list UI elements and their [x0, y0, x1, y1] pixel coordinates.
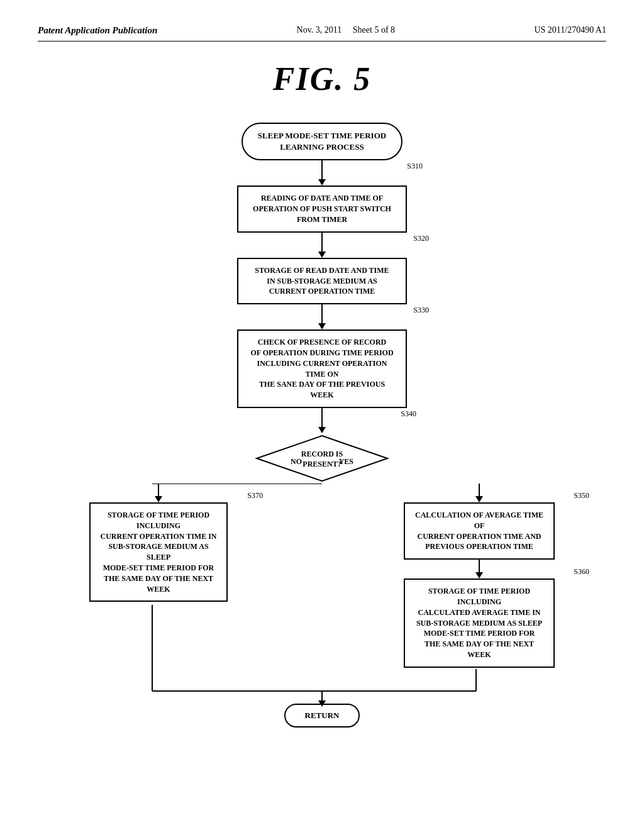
s330-text: CHECK OF PRESENCE OF RECORDOF OPERATION …	[250, 338, 393, 399]
s310-text: READING OF DATE AND TIME OFOPERATION OF …	[253, 194, 391, 224]
s310-row: READING OF DATE AND TIME OFOPERATION OF …	[237, 185, 407, 232]
pub-date: Nov. 3, 2011	[297, 25, 342, 35]
sheet-info: Sheet 5 of 8	[353, 25, 395, 35]
svg-text:PRESENT?: PRESENT?	[303, 460, 341, 468]
s370-box: STORAGE OF TIME PERIOD INCLUDINGCURRENT …	[89, 502, 228, 602]
line-4	[321, 408, 323, 427]
header-center: Nov. 3, 2011 Sheet 5 of 8	[297, 25, 395, 35]
s310-box: READING OF DATE AND TIME OFOPERATION OF …	[237, 185, 407, 232]
s350-label: S350	[574, 491, 589, 501]
figure-title: FIG. 5	[38, 60, 606, 97]
svg-text:RECORD IS: RECORD IS	[301, 450, 343, 458]
no-line-down	[158, 484, 159, 496]
branch-area: S350 CALCULATION OF AVERAGE TIME OFCURRE…	[77, 484, 567, 710]
arrow-to-s320: S320	[38, 233, 606, 258]
s320-row: STORAGE OF READ DATE AND TIMEIN SUB-STOR…	[237, 258, 407, 304]
s370-text: STORAGE OF TIME PERIOD INCLUDINGCURRENT …	[100, 511, 216, 594]
flowchart: SLEEP MODE-SET TIME PERIODLEARNING PROCE…	[38, 123, 606, 728]
s360-arrowhead	[475, 572, 483, 578]
s360-wrapper: S360 STORAGE OF TIME PERIOD INCLUDINGCAL…	[404, 578, 555, 668]
s330-label: S330	[413, 306, 429, 315]
line-3	[321, 304, 323, 323]
s350-text: CALCULATION OF AVERAGE TIME OFCURRENT OP…	[415, 511, 543, 551]
s340-label: S340	[401, 409, 416, 419]
arrowhead-1	[318, 179, 326, 185]
yes-arrowhead	[475, 496, 483, 502]
arrow-to-s330: S330	[38, 304, 606, 329]
arrow-to-s340: S340	[38, 408, 606, 433]
s330-row: CHECK OF PRESENCE OF RECORDOF OPERATION …	[237, 329, 407, 408]
svg-marker-9	[318, 700, 326, 707]
arrow-to-s310: S310	[38, 160, 606, 185]
s370-label: S370	[247, 491, 263, 501]
start-label: SLEEP MODE-SET TIME PERIODLEARNING PROCE…	[258, 131, 386, 152]
s340-diamond-container: RECORD IS PRESENT? NO YES	[253, 433, 391, 484]
start-block: SLEEP MODE-SET TIME PERIODLEARNING PROCE…	[242, 123, 402, 160]
s370-wrapper: S370 STORAGE OF TIME PERIOD INCLUDINGCUR…	[89, 502, 228, 602]
s330-box: CHECK OF PRESENCE OF RECORDOF OPERATION …	[237, 329, 407, 408]
yes-line	[479, 484, 480, 496]
s350-wrapper: S350 CALCULATION OF AVERAGE TIME OFCURRE…	[404, 502, 555, 560]
start-shape: SLEEP MODE-SET TIME PERIODLEARNING PROCE…	[242, 123, 402, 160]
page: Patent Application Publication Nov. 3, 2…	[0, 0, 644, 830]
diamond-svg: RECORD IS PRESENT?	[253, 433, 391, 484]
no-branch: S370 STORAGE OF TIME PERIOD INCLUDINGCUR…	[89, 484, 228, 602]
s350-to-s360-line	[479, 560, 480, 572]
return-label: RETURN	[305, 711, 340, 720]
s360-box: STORAGE OF TIME PERIOD INCLUDINGCALCULAT…	[404, 578, 555, 668]
s310-label: S310	[407, 162, 423, 171]
arrowhead-3	[318, 323, 326, 329]
s320-label: S320	[413, 234, 429, 243]
line-2	[321, 233, 323, 252]
s360-text: STORAGE OF TIME PERIOD INCLUDINGCALCULAT…	[416, 587, 542, 659]
yes-label: YES	[339, 457, 353, 467]
patent-number: US 2011/270490 A1	[534, 25, 606, 35]
no-label: NO	[291, 457, 302, 467]
header: Patent Application Publication Nov. 3, 2…	[38, 25, 606, 42]
arrowhead-2	[318, 252, 326, 258]
s320-text: STORAGE OF READ DATE AND TIMEIN SUB-STOR…	[255, 266, 389, 296]
svg-marker-0	[257, 436, 387, 481]
no-arrowhead	[155, 496, 162, 502]
arrowhead-4	[318, 427, 326, 433]
s320-box: STORAGE OF READ DATE AND TIMEIN SUB-STOR…	[237, 258, 407, 304]
publication-title: Patent Application Publication	[38, 25, 157, 36]
s360-label: S360	[574, 567, 589, 577]
yes-branch: S350 CALCULATION OF AVERAGE TIME OFCURRE…	[404, 484, 555, 668]
s350-box: CALCULATION OF AVERAGE TIME OFCURRENT OP…	[404, 502, 555, 560]
line-1	[321, 160, 323, 179]
